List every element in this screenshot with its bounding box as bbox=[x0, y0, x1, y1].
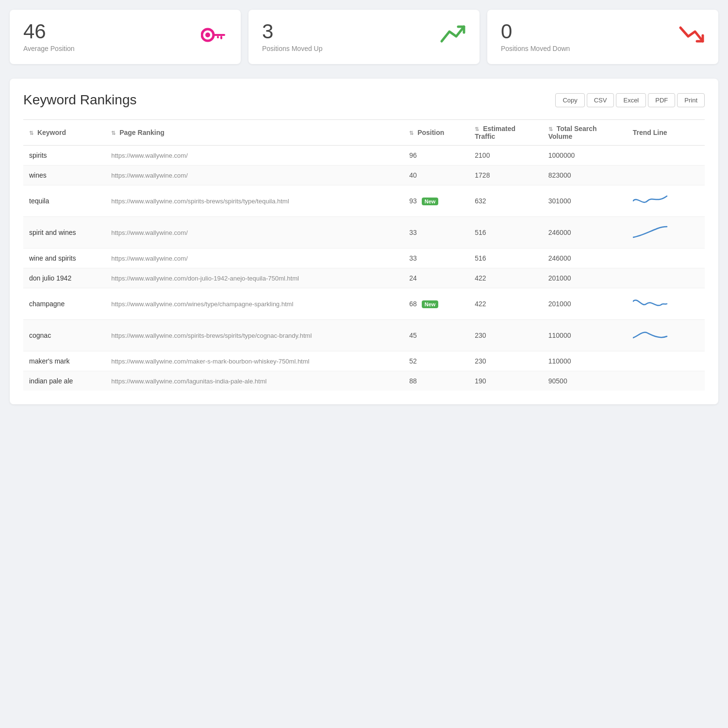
stat-label-down: Positions Moved Down bbox=[501, 45, 570, 52]
position-cell: 52 bbox=[403, 351, 469, 371]
sort-volume-icon: ⇅ bbox=[548, 126, 553, 132]
url-cell: https://www.wallywine.com/ bbox=[105, 217, 403, 248]
col-volume[interactable]: ⇅ Total SearchVolume bbox=[543, 120, 627, 146]
url-cell: https://www.wallywine.com/ bbox=[105, 165, 403, 185]
csv-button[interactable]: CSV bbox=[587, 93, 614, 107]
keyword-cell: tequila bbox=[23, 185, 105, 217]
keyword-cell: wine and spirits bbox=[23, 248, 105, 268]
table-row: tequila https://www.wallywine.com/spirit… bbox=[23, 185, 705, 217]
table-row: don julio 1942 https://www.wallywine.com… bbox=[23, 268, 705, 288]
excel-button[interactable]: Excel bbox=[616, 93, 646, 107]
svg-rect-2 bbox=[213, 34, 225, 36]
volume-cell: 823000 bbox=[543, 165, 627, 185]
stat-text-down: 0 Positions Moved Down bbox=[501, 21, 570, 52]
panel-header: Keyword Rankings Copy CSV Excel PDF Prin… bbox=[23, 92, 705, 108]
volume-cell: 90500 bbox=[543, 371, 627, 391]
keyword-cell: spirit and wines bbox=[23, 217, 105, 248]
url-cell: https://www.wallywine.com/lagunitas-indi… bbox=[105, 371, 403, 391]
table-row: spirit and wines https://www.wallywine.c… bbox=[23, 217, 705, 248]
position-cell: 24 bbox=[403, 268, 469, 288]
table-row: indian pale ale https://www.wallywine.co… bbox=[23, 371, 705, 391]
main-panel: Keyword Rankings Copy CSV Excel PDF Prin… bbox=[10, 79, 718, 404]
position-cell: 93 New bbox=[403, 185, 469, 217]
volume-cell: 1000000 bbox=[543, 146, 627, 165]
traffic-cell: 422 bbox=[469, 288, 542, 320]
url-cell: https://www.wallywine.com/spirits-brews/… bbox=[105, 185, 403, 217]
traffic-cell: 632 bbox=[469, 185, 542, 217]
arrow-up-icon bbox=[440, 24, 466, 50]
col-page-ranking[interactable]: ⇅ Page Ranking bbox=[105, 120, 403, 146]
table-row: maker's mark https://www.wallywine.com/m… bbox=[23, 351, 705, 371]
position-cell: 33 bbox=[403, 217, 469, 248]
trend-cell bbox=[627, 371, 705, 391]
traffic-cell: 1728 bbox=[469, 165, 542, 185]
table-row: wines https://www.wallywine.com/ 40 1728… bbox=[23, 165, 705, 185]
col-keyword[interactable]: ⇅ Keyword bbox=[23, 120, 105, 146]
volume-cell: 201000 bbox=[543, 268, 627, 288]
traffic-cell: 2100 bbox=[469, 146, 542, 165]
stat-text-avg: 46 Average Position bbox=[23, 21, 75, 52]
keyword-cell: don julio 1942 bbox=[23, 268, 105, 288]
table-row: champagne https://www.wallywine.com/wine… bbox=[23, 288, 705, 320]
new-badge: New bbox=[422, 300, 439, 308]
stat-number-down: 0 bbox=[501, 21, 570, 42]
position-cell: 68 New bbox=[403, 288, 469, 320]
position-cell: 33 bbox=[403, 248, 469, 268]
svg-rect-4 bbox=[217, 36, 219, 38]
arrow-down-icon bbox=[678, 24, 705, 50]
pdf-button[interactable]: PDF bbox=[648, 93, 675, 107]
stats-row: 46 Average Position 3 Positions Moved Up bbox=[10, 10, 718, 64]
stat-number-up: 3 bbox=[262, 21, 323, 42]
traffic-cell: 516 bbox=[469, 248, 542, 268]
copy-button[interactable]: Copy bbox=[555, 93, 584, 107]
volume-cell: 201000 bbox=[543, 288, 627, 320]
table-row: spirits https://www.wallywine.com/ 96 21… bbox=[23, 146, 705, 165]
position-cell: 45 bbox=[403, 320, 469, 351]
traffic-cell: 516 bbox=[469, 217, 542, 248]
keyword-cell: champagne bbox=[23, 288, 105, 320]
keyword-cell: wines bbox=[23, 165, 105, 185]
trend-cell bbox=[627, 146, 705, 165]
volume-cell: 301000 bbox=[543, 185, 627, 217]
stat-label-avg: Average Position bbox=[23, 45, 75, 52]
stat-card-avg-position: 46 Average Position bbox=[10, 10, 241, 64]
position-cell: 96 bbox=[403, 146, 469, 165]
page-title: Keyword Rankings bbox=[23, 92, 136, 108]
keyword-cell: indian pale ale bbox=[23, 371, 105, 391]
traffic-cell: 230 bbox=[469, 351, 542, 371]
trend-cell bbox=[627, 268, 705, 288]
trend-cell bbox=[627, 165, 705, 185]
trend-cell bbox=[627, 351, 705, 371]
trend-cell bbox=[627, 288, 705, 320]
url-cell: https://www.wallywine.com/wines/type/cha… bbox=[105, 288, 403, 320]
url-cell: https://www.wallywine.com/spirits-brews/… bbox=[105, 320, 403, 351]
url-cell: https://www.wallywine.com/ bbox=[105, 248, 403, 268]
col-position[interactable]: ⇅ Position bbox=[403, 120, 469, 146]
sort-keyword-icon: ⇅ bbox=[29, 130, 33, 136]
table-header-row: ⇅ Keyword ⇅ Page Ranking ⇅ Position ⇅ Es… bbox=[23, 120, 705, 146]
traffic-cell: 230 bbox=[469, 320, 542, 351]
sort-traffic-icon: ⇅ bbox=[475, 126, 479, 132]
stat-number-avg: 46 bbox=[23, 21, 75, 42]
print-button[interactable]: Print bbox=[677, 93, 705, 107]
keyword-cell: spirits bbox=[23, 146, 105, 165]
keyword-cell: maker's mark bbox=[23, 351, 105, 371]
stat-text-up: 3 Positions Moved Up bbox=[262, 21, 323, 52]
url-cell: https://www.wallywine.com/don-julio-1942… bbox=[105, 268, 403, 288]
keyword-cell: cognac bbox=[23, 320, 105, 351]
col-traffic[interactable]: ⇅ EstimatedTraffic bbox=[469, 120, 542, 146]
volume-cell: 110000 bbox=[543, 320, 627, 351]
keyword-table: ⇅ Keyword ⇅ Page Ranking ⇅ Position ⇅ Es… bbox=[23, 119, 705, 391]
action-buttons: Copy CSV Excel PDF Print bbox=[555, 93, 705, 107]
trend-cell bbox=[627, 217, 705, 248]
stat-label-up: Positions Moved Up bbox=[262, 45, 323, 52]
key-icon bbox=[201, 26, 227, 48]
traffic-cell: 422 bbox=[469, 268, 542, 288]
svg-rect-3 bbox=[220, 36, 222, 39]
url-cell: https://www.wallywine.com/maker-s-mark-b… bbox=[105, 351, 403, 371]
sort-position-icon: ⇅ bbox=[409, 130, 414, 136]
new-badge: New bbox=[422, 198, 439, 205]
traffic-cell: 190 bbox=[469, 371, 542, 391]
sort-page-ranking-icon: ⇅ bbox=[111, 130, 116, 136]
trend-cell bbox=[627, 185, 705, 217]
